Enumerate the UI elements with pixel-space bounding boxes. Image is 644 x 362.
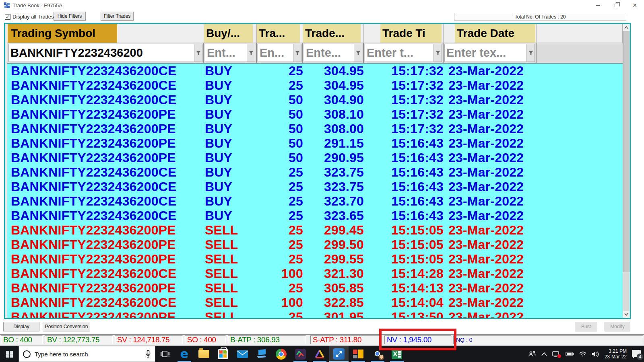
notifications-icon[interactable]: 4 xyxy=(632,350,642,358)
funnel-icon[interactable] xyxy=(293,44,301,62)
date-filter-input[interactable] xyxy=(444,44,527,62)
trade-terminal-active-icon[interactable] xyxy=(329,346,349,362)
bust-button[interactable]: Bust xyxy=(575,322,597,331)
pc-remote-icon[interactable] xyxy=(252,346,271,362)
scroll-down-icon[interactable] xyxy=(623,311,630,318)
cell-symbol: BANKNIFTY2232436200PE xyxy=(8,281,204,296)
header-trade-date[interactable]: Trade Date xyxy=(444,24,537,43)
cell-qty: 50 xyxy=(257,150,303,165)
cell-date: 23-Mar-2022 xyxy=(444,93,537,107)
volume-icon[interactable] xyxy=(592,351,599,357)
file-explorer-icon[interactable] xyxy=(194,346,213,362)
chevron-up-icon[interactable] xyxy=(541,352,547,356)
cell-time: 15:17:32 xyxy=(364,93,444,107)
excel-icon[interactable]: X xyxy=(387,346,407,362)
status-bar: BO : 400 BV : 122,773.75 SV : 124,718.75… xyxy=(0,334,644,345)
status-so: SO : 400 xyxy=(185,335,226,344)
header-buy-sell[interactable]: Buy/... xyxy=(204,24,257,43)
task-view-icon[interactable] xyxy=(155,346,175,362)
header-trade-time[interactable]: Trade Ti xyxy=(364,24,444,43)
mail-icon[interactable] xyxy=(233,346,252,362)
header-trade-price[interactable]: Trade... xyxy=(303,24,364,43)
funnel-icon[interactable] xyxy=(247,44,255,62)
table-row[interactable]: BANKNIFTY2232436200PE BUY 50 308.10 15:1… xyxy=(8,107,623,121)
table-row[interactable]: BANKNIFTY2232436200PE SELL 25 299.50 15:… xyxy=(8,237,623,252)
search-placeholder: Type here to search xyxy=(35,351,141,358)
side-filter-input[interactable] xyxy=(205,44,247,62)
chrome-profile-icon[interactable] xyxy=(368,346,387,362)
table-row[interactable]: BANKNIFTY2232436200PE SELL 25 301.95 15:… xyxy=(8,310,623,318)
table-row[interactable]: BANKNIFTY2232436200CE SELL 100 321.30 15… xyxy=(8,266,623,281)
screen-alert-icon[interactable] xyxy=(552,351,560,358)
table-row[interactable]: BANKNIFTY2232436200PE SELL 25 299.55 15:… xyxy=(8,252,623,266)
cell-date: 23-Mar-2022 xyxy=(444,150,537,165)
restore-button[interactable] xyxy=(607,0,625,10)
table-row[interactable]: BANKNIFTY2232436200CE BUY 25 304.95 15:1… xyxy=(8,78,623,93)
store-icon[interactable] xyxy=(213,346,233,362)
display-all-trades-checkbox[interactable]: ✓ Display all Trades xyxy=(5,14,54,20)
table-row[interactable]: BANKNIFTY2232436200CE BUY 25 323.75 15:1… xyxy=(8,179,623,194)
header-trade-qty[interactable]: Tra... xyxy=(257,24,303,43)
funnel-icon[interactable] xyxy=(527,44,535,62)
display-all-trades-label: Display all Trades xyxy=(12,14,54,20)
cell-time: 15:16:43 xyxy=(364,208,444,223)
filter-trades-button[interactable]: Filter Trades xyxy=(101,12,134,21)
wifi-icon[interactable] xyxy=(579,352,586,357)
table-row[interactable]: BANKNIFTY2232436200PE SELL 25 305.85 15:… xyxy=(8,281,623,295)
minimize-button[interactable] xyxy=(588,0,607,10)
markets-app-icon[interactable] xyxy=(291,346,310,362)
position-conversion-button[interactable]: Position Conversion xyxy=(43,322,90,331)
table-row[interactable]: BANKNIFTY2232436200CE BUY 25 323.75 15:1… xyxy=(8,165,623,179)
hide-filters-button[interactable]: Hide Filters xyxy=(54,12,86,21)
display-button[interactable]: Display xyxy=(3,322,39,331)
symbol-filter-input[interactable] xyxy=(8,44,194,62)
time-filter-input[interactable] xyxy=(365,44,434,62)
cell-symbol: BANKNIFTY2232436200PE xyxy=(8,223,204,238)
qty-filter-input[interactable] xyxy=(258,44,293,62)
table-row[interactable]: BANKNIFTY2232436200CE BUY 25 304.95 15:1… xyxy=(8,64,623,78)
table-row[interactable]: BANKNIFTY2232436200CE BUY 50 304.90 15:1… xyxy=(8,93,623,107)
start-button[interactable] xyxy=(0,346,19,362)
trading-triangle-app-icon[interactable] xyxy=(310,346,329,362)
scroll-up-icon[interactable] xyxy=(623,24,630,31)
table-row[interactable]: BANKNIFTY2232436200PE BUY 50 290.95 15:1… xyxy=(8,150,623,165)
battery-icon[interactable] xyxy=(566,352,574,356)
header-trading-symbol[interactable]: Trading Symbol xyxy=(8,24,204,43)
table-row[interactable]: BANKNIFTY2232436200PE SELL 25 299.45 15:… xyxy=(8,223,623,237)
cell-date: 23-Mar-2022 xyxy=(444,136,537,151)
taskbar-search[interactable]: Type here to search xyxy=(19,346,155,362)
tiles-app-icon[interactable] xyxy=(349,346,368,362)
people-icon[interactable] xyxy=(528,351,536,357)
cell-qty: 25 xyxy=(257,165,303,180)
edge-icon[interactable]: e xyxy=(175,346,194,362)
cell-price: 322.85 xyxy=(303,295,364,310)
cell-side: SELL xyxy=(204,223,257,238)
taskbar-clock[interactable]: 3:21 PM 23-Mar-22 xyxy=(605,348,627,360)
status-s-atp: S-ATP : 311.80 xyxy=(310,335,380,344)
cell-price: 304.90 xyxy=(303,93,364,107)
table-row[interactable]: BANKNIFTY2232436200PE BUY 50 291.15 15:1… xyxy=(8,136,623,150)
cell-qty: 25 xyxy=(257,252,303,267)
status-sv: SV : 124,718.75 xyxy=(115,335,183,344)
cell-symbol: BANKNIFTY2232436200PE xyxy=(8,150,204,165)
cell-side: BUY xyxy=(204,121,257,136)
table-row[interactable]: BANKNIFTY2232436200CE BUY 25 323.65 15:1… xyxy=(8,208,623,223)
table-row[interactable]: BANKNIFTY2232436200CE BUY 25 323.70 15:1… xyxy=(8,194,623,208)
chrome-icon[interactable] xyxy=(271,346,291,362)
close-button[interactable]: ✕ xyxy=(625,0,644,10)
table-row[interactable]: BANKNIFTY2232436200CE SELL 100 322.85 15… xyxy=(8,295,623,310)
modify-button[interactable]: Modify xyxy=(605,322,630,331)
funnel-icon[interactable] xyxy=(194,44,202,62)
vertical-scrollbar[interactable] xyxy=(623,24,630,318)
cell-qty: 50 xyxy=(257,136,303,151)
cell-qty: 25 xyxy=(257,64,303,78)
cell-symbol: BANKNIFTY2232436200CE xyxy=(8,295,204,310)
scrollbar-thumb[interactable] xyxy=(623,31,630,272)
microphone-icon[interactable] xyxy=(145,350,151,358)
action-bar: Display Position Conversion Bust Modify xyxy=(0,320,644,334)
table-row[interactable]: BANKNIFTY2232436200PE BUY 50 308.00 15:1… xyxy=(8,121,623,136)
funnel-icon[interactable] xyxy=(434,44,442,62)
funnel-icon[interactable] xyxy=(354,44,362,62)
checkbox-checked-icon[interactable]: ✓ xyxy=(5,14,10,20)
price-filter-input[interactable] xyxy=(304,44,354,62)
